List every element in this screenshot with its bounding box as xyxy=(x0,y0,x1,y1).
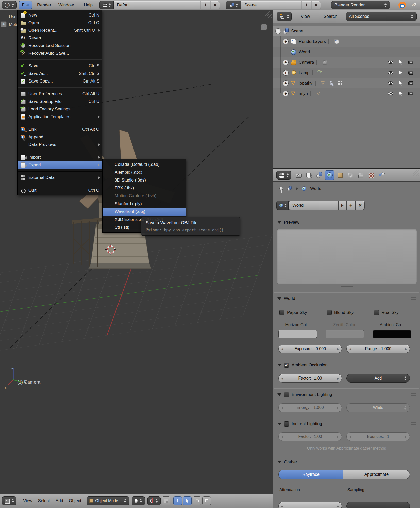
expand-icon[interactable]: + xyxy=(283,70,289,76)
menu-item-recover-last-session[interactable]: Recover Last Session xyxy=(18,42,102,50)
editor-type-outliner-button[interactable] xyxy=(277,12,292,21)
renderability-camera-icon[interactable] xyxy=(408,81,413,85)
add-layout-button[interactable] xyxy=(201,1,210,9)
submenu-item-fbx[interactable]: FBX (.fbx) xyxy=(103,184,186,192)
outliner-row-world[interactable]: World xyxy=(273,47,420,57)
manipulator-toggle-button[interactable] xyxy=(183,496,192,505)
corner-resize-grip[interactable] xyxy=(265,11,272,18)
editor-type-info-button[interactable]: i xyxy=(2,1,17,9)
panel-header-ambient-occlusion[interactable]: Ambient Occlusion xyxy=(273,361,420,369)
menu-item-data-previews[interactable]: Data Previews xyxy=(18,141,102,149)
menu-item-recover-auto-save[interactable]: Recover Auto Save... xyxy=(18,50,102,57)
ao-factor-slider[interactable]: Factor: 1.00 xyxy=(278,374,342,383)
env-energy-slider[interactable]: Energy: 1.000 xyxy=(278,403,342,412)
indirect-factor-slider[interactable]: Factor: 1.00 xyxy=(278,432,342,441)
menu-item-quit[interactable]: QuitCtrl Q xyxy=(18,187,102,194)
panel-grip-icon[interactable] xyxy=(411,364,416,366)
panel-grip-icon[interactable] xyxy=(411,297,416,300)
menu-item-import[interactable]: Import xyxy=(18,154,102,161)
preview-resize-grip[interactable] xyxy=(341,286,353,288)
delete-scene-button[interactable] xyxy=(312,1,321,9)
menu-item-new[interactable]: NewCtrl N xyxy=(18,11,102,19)
fake-user-button[interactable]: F xyxy=(338,201,346,210)
unlink-world-button[interactable] xyxy=(356,201,365,210)
expand-icon[interactable]: + xyxy=(283,91,289,96)
screen-layout-icon-button[interactable] xyxy=(99,1,114,9)
gather-raytrace-button[interactable]: Raytrace xyxy=(278,470,343,479)
visibility-eye-icon[interactable] xyxy=(388,71,393,74)
manipulator-scale-button[interactable] xyxy=(202,496,211,505)
blend-sky-checkbox[interactable]: Blend Sky xyxy=(327,310,354,315)
sampling-widget-clipped[interactable] xyxy=(346,502,410,508)
env-color-dropdown[interactable]: White xyxy=(346,403,410,412)
viewport-menu-view[interactable]: View xyxy=(20,498,35,503)
attenuation-widget-clipped[interactable] xyxy=(278,502,342,508)
panel-grip-icon[interactable] xyxy=(411,422,416,425)
tab-texture[interactable] xyxy=(366,170,376,180)
ambient-color-swatch[interactable] xyxy=(373,330,411,338)
renderability-camera-icon[interactable] xyxy=(408,71,413,75)
pivot-point-dropdown[interactable] xyxy=(147,496,161,505)
tab-object[interactable] xyxy=(335,170,345,180)
region-expand-right-button[interactable]: + xyxy=(261,24,267,30)
outliner-menu-view[interactable]: View xyxy=(301,10,310,23)
menu-item-save[interactable]: SaveCtrl S xyxy=(18,62,102,70)
tab-world[interactable] xyxy=(325,170,334,180)
outliner-row-mlyn[interactable]: + mlyn xyxy=(273,88,420,99)
submenu-item-collada[interactable]: Collada (Default) (.dae) xyxy=(103,160,186,168)
panel-header-environment-lighting[interactable]: Environment Lighting xyxy=(273,391,420,398)
selectability-cursor-icon[interactable] xyxy=(399,60,403,65)
world-name-field[interactable]: World xyxy=(289,201,338,210)
expand-icon[interactable]: + xyxy=(283,80,289,86)
menu-file[interactable]: File xyxy=(19,1,32,9)
viewport-shading-dropdown[interactable] xyxy=(132,496,145,505)
browse-world-dropdown[interactable] xyxy=(276,201,289,210)
delete-layout-button[interactable] xyxy=(211,1,220,9)
screen-layout-field[interactable]: Default xyxy=(114,1,200,9)
range-slider[interactable]: Range: 1.000 xyxy=(346,345,410,353)
pin-icon[interactable] xyxy=(279,187,283,190)
ao-blend-mode-dropdown[interactable]: Add xyxy=(346,374,410,383)
menu-item-append[interactable]: Append xyxy=(18,133,102,141)
region-expand-left-button[interactable]: + xyxy=(1,21,7,27)
add-scene-button[interactable] xyxy=(302,1,311,9)
manipulator-translate-button[interactable] xyxy=(173,496,182,505)
panel-grip-icon[interactable] xyxy=(411,221,416,223)
menu-item-open[interactable]: Open...Ctrl O xyxy=(18,19,102,27)
render-engine-dropdown[interactable]: Blender Render xyxy=(331,1,390,9)
panel-grip-icon[interactable] xyxy=(411,461,416,463)
submenu-item-stanford[interactable]: Stanford (.ply) xyxy=(103,200,186,208)
panel-header-preview[interactable]: Preview xyxy=(273,219,420,226)
layers-button[interactable] xyxy=(162,496,170,505)
tab-render-layers[interactable] xyxy=(304,170,314,180)
outliner-row-lopatky[interactable]: + lopatky xyxy=(273,78,420,88)
tab-render[interactable] xyxy=(294,170,303,180)
menu-help[interactable]: Help xyxy=(82,0,95,10)
outliner-row-camera[interactable]: + Camera xyxy=(273,57,420,68)
editor-type-3dview-button[interactable] xyxy=(2,496,16,505)
selectability-cursor-icon[interactable] xyxy=(399,70,403,75)
menu-item-user-preferences[interactable]: User Preferences...Ctrl Alt U xyxy=(18,90,102,98)
tab-constraints[interactable] xyxy=(346,170,355,180)
outliner-row-renderlayers[interactable]: + RenderLayers xyxy=(273,36,420,47)
selectability-cursor-icon[interactable] xyxy=(399,81,403,86)
menu-window[interactable]: Window xyxy=(56,0,76,10)
tab-object-data[interactable] xyxy=(356,170,366,180)
panel-grip-icon[interactable] xyxy=(411,393,416,396)
menu-item-link[interactable]: LinkCtrl Alt O xyxy=(18,126,102,133)
editor-type-properties-button[interactable] xyxy=(276,171,291,180)
visibility-eye-icon[interactable] xyxy=(388,81,393,85)
ambient-occlusion-checkbox[interactable] xyxy=(284,363,289,368)
menu-item-save-as[interactable]: Save As...Shift Ctrl S xyxy=(18,70,102,77)
environment-lighting-checkbox[interactable] xyxy=(284,392,289,397)
outliner-display-dropdown[interactable]: All Scenes xyxy=(346,12,417,21)
corner-resize-grip[interactable] xyxy=(413,170,419,176)
scene-icon-button[interactable] xyxy=(226,1,241,9)
outliner-row-lamp[interactable]: + Lamp xyxy=(273,68,420,78)
menu-item-external-data[interactable]: External Data xyxy=(18,174,102,182)
zenith-color-swatch[interactable] xyxy=(326,330,364,338)
outliner-row-scene[interactable]: − Scene xyxy=(273,26,420,36)
horizon-color-swatch[interactable] xyxy=(278,330,317,338)
expand-icon[interactable]: + xyxy=(283,39,289,44)
menu-item-save-startup-file[interactable]: Save Startup FileCtrl U xyxy=(18,98,102,105)
